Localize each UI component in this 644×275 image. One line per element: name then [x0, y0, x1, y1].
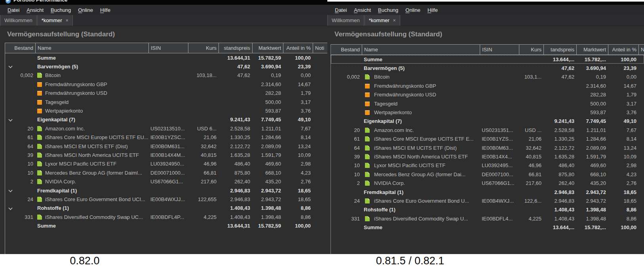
- tab-willkommen[interactable]: Willkommen: [0, 15, 37, 26]
- cell-marktwert: 1.591,79: [576, 152, 608, 161]
- table-row-security[interactable]: 24iShares Core Euro Government Bond UCI.…: [5, 195, 327, 203]
- column-header-anteilin[interactable]: Anteil in %: [608, 45, 638, 55]
- chevron-down-icon[interactable]: [9, 118, 12, 121]
- column-header-standspreis[interactable]: standspreis: [218, 43, 252, 53]
- table-row-sum[interactable]: Summe13.644,3115.782,59100,00: [5, 53, 327, 62]
- cell-name: Tagesgeld: [35, 98, 148, 106]
- cell-marktwert: 500,00: [576, 99, 608, 108]
- table-row-category[interactable]: Barvermögen (5)47,623.690,9423,39: [5, 62, 327, 71]
- column-header-kurs[interactable]: Kurs: [519, 45, 543, 55]
- table-row-category[interactable]: Eigenkapital (7)9.241,437.749,4549,10: [5, 115, 327, 124]
- column-header-tandspreis[interactable]: tandspreis: [543, 45, 576, 55]
- cell-isin: [480, 81, 519, 90]
- cell-name: Mercedes Benz Group AG (former Daiml...: [35, 168, 148, 177]
- chevron-down-icon[interactable]: [9, 188, 12, 192]
- cell-kurs: 4,225: [519, 214, 543, 223]
- table-row-security[interactable]: 39iShares MSCI North America UCITS ETFIE…: [5, 151, 327, 159]
- table-row-account[interactable]: Fremdwährungskonto USD282,281,79: [331, 90, 644, 99]
- table-row-security[interactable]: 0,002Bitcoin103,1...47,620,190,00: [331, 73, 644, 81]
- close-icon[interactable]: ×: [393, 18, 396, 23]
- table-row-category[interactable]: Rohstoffe (1)1.408,431.398,488,86: [331, 205, 644, 214]
- column-header-kurs[interactable]: Kurs: [188, 43, 218, 53]
- table-row-category[interactable]: Barvermögen (5)47,623.690,9423,39: [331, 64, 644, 72]
- table-row-category[interactable]: Fremdkapital (1)2.946,832.943,7218,65: [5, 186, 327, 195]
- column-header-name[interactable]: Name: [362, 45, 480, 55]
- column-header-name[interactable]: Name: [35, 43, 148, 53]
- table-row-account[interactable]: Tagesgeld500,003,17: [331, 99, 644, 108]
- menu-item-hilfe[interactable]: Hilfe: [97, 5, 114, 15]
- table-row-account[interactable]: Wertpapierkonto593,873,76: [331, 108, 644, 117]
- table-row-category[interactable]: Eigenkapital (7)9.241,437.749,4549,10: [331, 117, 644, 126]
- table-row-security[interactable]: 39iShares MSCI North America UCITS ETFIE…: [331, 152, 644, 161]
- chevron-down-icon[interactable]: [9, 206, 12, 209]
- table-row-account[interactable]: Fremdwährungskonto GBP2.314,6014,67: [5, 80, 327, 89]
- column-header-isin[interactable]: ISIN: [148, 43, 188, 53]
- table-row-account[interactable]: Tagesgeld500,003,17: [5, 98, 327, 106]
- table-row-sum[interactable]: Summe13.644,...15.782,...100,00: [331, 55, 644, 64]
- table-row-security[interactable]: 61iShares Core MSCI Europe UCITS ETF E..…: [331, 135, 644, 143]
- table-row-security[interactable]: 331iShares Diversified Commodity Swap U.…: [331, 214, 644, 223]
- table-row-security[interactable]: 20Amazon.com Inc.US0231351...USD ...2.52…: [331, 126, 644, 134]
- table-row-account[interactable]: Fremdwährungskonto USD282,281,79: [5, 89, 327, 98]
- table-row-security[interactable]: 2NVIDIA Corp.US67066G1...217,60262,40435…: [5, 177, 327, 186]
- menu-item-ansicht[interactable]: Ansicht: [23, 5, 47, 15]
- column-header-noti[interactable]: Noti: [313, 43, 327, 53]
- column-header-marktwert[interactable]: Marktwert: [252, 43, 283, 53]
- table-row-category[interactable]: Rohstoffe (1)1.408,431.398,488,86: [5, 204, 327, 213]
- column-header-marktwert[interactable]: Marktwert: [576, 45, 608, 55]
- cell-marktwert: 2.314,60: [252, 80, 283, 89]
- table-row-security[interactable]: 24iShares Core Euro Government Bond U...…: [331, 196, 644, 205]
- table-row-security[interactable]: 64iShares MSCI EM UCITS ETF (Dist)IE00B0…: [331, 143, 644, 152]
- table-row-security[interactable]: 64iShares MSCI EM UCITS ETF (Dist)IE00B0…: [5, 142, 327, 151]
- table-row-sum[interactable]: Summe13.644,...15.782,...100,00: [331, 223, 644, 232]
- tab-willkommen[interactable]: Willkommen: [327, 15, 364, 26]
- column-header-bestand[interactable]: Bestand: [331, 45, 362, 55]
- title-bar: Portfolio Performance: [0, 0, 327, 5]
- menu-item-buchung[interactable]: Buchung: [47, 5, 74, 15]
- cell-name: iShares Diversified Commodity Swap U...: [362, 214, 480, 223]
- menu-item-buchung[interactable]: Buchung: [374, 5, 402, 15]
- column-header-anteilin[interactable]: Anteil in %: [283, 43, 313, 53]
- cell-bestand: 39: [331, 152, 362, 161]
- table-row-account[interactable]: Wertpapierkonto593,873,76: [5, 106, 327, 115]
- cell-name: Rohstoffe (1): [35, 204, 148, 213]
- table-row-security[interactable]: 331iShares Diversified Commodity Swap UC…: [5, 213, 327, 221]
- menu-item-hilfe[interactable]: Hilfe: [424, 5, 441, 15]
- cell-anteil: 100,00: [283, 53, 313, 62]
- cell-einstandspreis: 262,40: [218, 177, 252, 186]
- cell-isin: US0231351...: [480, 126, 519, 134]
- table-row-security[interactable]: 10Mercedes Benz Group AG (former Daiml..…: [5, 168, 327, 177]
- cell-anteil: 100,00: [608, 223, 638, 232]
- menu-item-online[interactable]: Online: [402, 5, 424, 15]
- table-row-sum[interactable]: Summe13.644,3115.782,59100,00: [5, 221, 327, 230]
- column-header-bestand[interactable]: Bestand: [5, 43, 35, 53]
- column-header-isin[interactable]: ISIN: [480, 45, 519, 55]
- cell-isin: [480, 108, 519, 117]
- cell-anteil: 8,86: [608, 214, 638, 223]
- column-header-n[interactable]: N: [638, 45, 644, 55]
- tab-kommer[interactable]: *kommer×: [365, 15, 400, 26]
- table-row-category[interactable]: Fremdkapital (1)2.946,832.943,7218,65: [331, 188, 644, 196]
- cell-anteil: 8,14: [608, 135, 638, 143]
- cell-kurs: [188, 186, 218, 195]
- menu-item-datei[interactable]: Datei: [331, 5, 350, 15]
- menu-item-datei[interactable]: Datei: [4, 5, 23, 15]
- cell-bestand: 39: [5, 151, 35, 159]
- table-row-account[interactable]: Fremdwährungskonto GBP2.314,6014,67: [331, 81, 644, 90]
- table-row-security[interactable]: 10Lyxor MSCI Pacific UCITS ETFLU0392495.…: [331, 161, 644, 170]
- table-row-security[interactable]: 2NVIDIA Corp.US67066G1...217,60262,40435…: [331, 179, 644, 187]
- table-row-security[interactable]: 10Lyxor MSCI Pacific UCITS ETFLU03924950…: [5, 160, 327, 168]
- cell-isin: [148, 53, 188, 62]
- name-text: Wertpapierkonto: [45, 108, 83, 114]
- chevron-down-icon[interactable]: [9, 64, 12, 68]
- menu-item-ansicht[interactable]: Ansicht: [350, 5, 374, 15]
- close-icon[interactable]: ×: [66, 18, 68, 23]
- table-row-security[interactable]: 61iShares Core MSCI Europe UCITS ETF EU.…: [5, 133, 327, 142]
- cell-marktwert: 1.398,48: [252, 213, 283, 221]
- menu-item-online[interactable]: Online: [74, 5, 97, 15]
- table-row-security[interactable]: 10Mercedes Benz Group AG (former Dai...D…: [331, 170, 644, 179]
- table-row-security[interactable]: 20Amazon.com Inc.US02313510...USD 6...2.…: [5, 124, 327, 133]
- table-row-security[interactable]: 0,002Bitcoin103,18...47,620,190,00: [5, 71, 327, 80]
- tab-kommer[interactable]: *kommer×: [37, 15, 73, 26]
- cell-marktwert: 0,19: [252, 71, 283, 80]
